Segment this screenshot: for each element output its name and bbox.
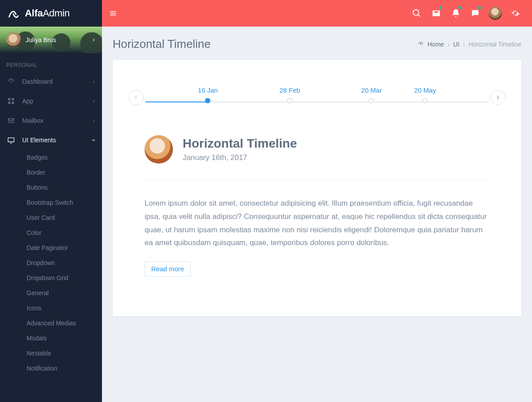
- dashboard-icon: [6, 78, 16, 86]
- timeline-stop-dot: [369, 98, 374, 103]
- sidebar-nav: Dashboard App Mailbox UI Elements: [0, 72, 102, 150]
- sidebar-sub-item[interactable]: Dropdown: [27, 255, 102, 270]
- chevron-right-icon: [92, 119, 96, 123]
- svg-rect-3: [12, 102, 14, 104]
- timeline-stop-dot: [422, 98, 428, 103]
- nav-label: App: [22, 98, 92, 105]
- sidebar-section-title: PERSONAL: [0, 53, 102, 72]
- nav-label: Mailbox: [22, 117, 92, 124]
- chevron-right-icon: ›: [448, 41, 450, 48]
- svg-rect-4: [8, 138, 14, 142]
- timeline-stop-label: 20 May: [414, 86, 436, 94]
- avatar: [6, 32, 21, 47]
- chevron-right-icon: [91, 38, 96, 42]
- avatar: [145, 135, 173, 164]
- main: Horizontal Timeline Home › UI › Horizont…: [102, 0, 532, 402]
- read-more-button[interactable]: Read more: [145, 261, 191, 277]
- bell-icon[interactable]: [446, 4, 466, 22]
- notification-dot: [458, 6, 462, 9]
- chevron-right-icon: [92, 99, 96, 103]
- sidebar-sub-item[interactable]: Dropdown Grid: [27, 270, 102, 285]
- ui-icon: [6, 136, 16, 144]
- user-name: Juliya Brus: [26, 36, 91, 43]
- timeline-stop-dot: [287, 98, 293, 103]
- sidebar-sub-item[interactable]: Advanced Medias: [27, 316, 102, 331]
- post-date: January 16th, 2017: [183, 153, 297, 162]
- sidebar-sub-item[interactable]: Modals: [27, 331, 102, 346]
- page-header: Horizontal Timeline Home › UI › Horizont…: [102, 27, 532, 55]
- timeline-stop-dot: [205, 98, 211, 103]
- page-title: Horizontal Timeline: [113, 37, 418, 51]
- avatar[interactable]: [489, 7, 502, 20]
- topbar: [102, 0, 532, 27]
- nav-label: Dashboard: [22, 78, 92, 85]
- search-icon[interactable]: [407, 4, 426, 22]
- sidebar-sub-item[interactable]: General: [27, 285, 102, 301]
- timeline-content: Horizontal Timeline January 16th, 2017 L…: [129, 109, 505, 277]
- chevron-down-icon: [91, 138, 96, 142]
- timeline-stop[interactable]: 28 Feb: [279, 86, 300, 103]
- sidebar-item-ui-elements[interactable]: UI Elements: [0, 130, 102, 150]
- timeline-stop[interactable]: 20 May: [414, 86, 436, 103]
- dashboard-icon: [418, 41, 424, 47]
- sidebar-sub-item[interactable]: Notification: [27, 361, 102, 376]
- breadcrumb-home[interactable]: Home: [427, 41, 444, 48]
- timeline-stop-label: 28 Feb: [279, 86, 300, 94]
- sidebar-item-app[interactable]: App: [0, 91, 102, 111]
- timeline-stop-label: 20 Mar: [361, 86, 382, 94]
- timeline-prev-button[interactable]: [129, 90, 144, 105]
- sidebar-sub-item[interactable]: Date Paginator: [27, 240, 102, 255]
- brand-logo[interactable]: AlfaAdmin: [0, 0, 102, 27]
- mail-icon[interactable]: [426, 4, 446, 22]
- timeline-card: 16 Jan28 Feb20 Mar20 May Horizontal Time…: [113, 60, 521, 316]
- post-body: Lorem ipsum dolor sit amet, consectetur …: [145, 181, 489, 250]
- gear-icon[interactable]: [505, 4, 525, 22]
- timeline-next-button[interactable]: [490, 90, 505, 105]
- breadcrumb-current: Horizontal Timeline: [469, 41, 521, 48]
- sidebar-sub-item[interactable]: Buttons: [27, 180, 102, 195]
- timeline-strip: 16 Jan28 Feb20 Mar20 May: [129, 86, 505, 109]
- sidebar-user[interactable]: Juliya Brus: [0, 27, 102, 53]
- sidebar-sub-item[interactable]: User Card: [27, 210, 102, 225]
- chat-icon[interactable]: [466, 4, 485, 22]
- chevron-right-icon: [92, 80, 96, 84]
- sidebar-sub-item[interactable]: Border: [27, 165, 102, 180]
- sidebar-subnav-ui: BadgesBorderButtonsBootstrap SwitchUser …: [0, 150, 102, 376]
- nav-label: UI Elements: [22, 137, 91, 144]
- timeline-stop-label: 16 Jan: [198, 86, 218, 94]
- svg-rect-2: [8, 102, 10, 104]
- post-title: Horizontal Timeline: [183, 137, 297, 151]
- timeline-stop[interactable]: 16 Jan: [198, 86, 218, 103]
- apps-icon: [6, 97, 16, 105]
- timeline-stop[interactable]: 20 Mar: [361, 86, 382, 103]
- sidebar-sub-item[interactable]: Icons: [27, 301, 102, 316]
- svg-rect-1: [12, 98, 14, 100]
- sidebar-sub-item[interactable]: Bootstrap Switch: [27, 195, 102, 210]
- breadcrumb-ui[interactable]: UI: [453, 41, 459, 48]
- notification-dot: [478, 6, 481, 9]
- alpha-icon: [6, 6, 20, 20]
- timeline-track: 16 Jan28 Feb20 Mar20 May: [145, 86, 489, 109]
- brand-text: AlfaAdmin: [25, 8, 70, 19]
- notification-dot: [439, 6, 442, 9]
- sidebar-sub-item[interactable]: Badges: [27, 150, 102, 165]
- menu-toggle-icon[interactable]: [109, 9, 117, 17]
- sidebar-sub-item[interactable]: Nestable: [27, 346, 102, 361]
- chevron-right-icon: ›: [463, 41, 465, 48]
- mailbox-icon: [6, 117, 16, 125]
- sidebar-item-mailbox[interactable]: Mailbox: [0, 111, 102, 130]
- breadcrumb: Home › UI › Horizontal Timeline: [418, 41, 521, 48]
- sidebar-item-dashboard[interactable]: Dashboard: [0, 72, 102, 91]
- svg-rect-0: [8, 98, 10, 100]
- sidebar: AlfaAdmin Juliya Brus PERSONAL Dashboard…: [0, 0, 102, 402]
- sidebar-sub-item[interactable]: Color: [27, 225, 102, 240]
